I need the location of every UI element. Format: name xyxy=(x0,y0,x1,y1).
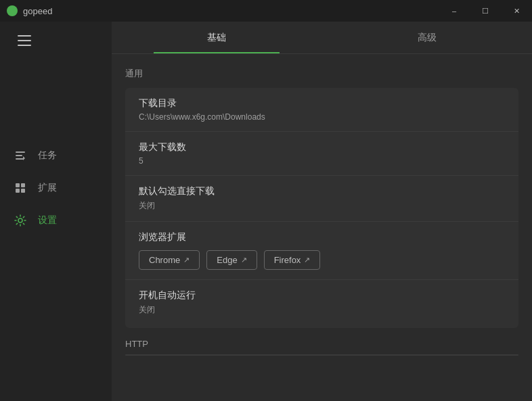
svg-rect-0 xyxy=(16,151,25,153)
browser-buttons: Chrome ↗ Edge ↗ Firefox ↗ xyxy=(139,250,505,270)
tab-basic[interactable]: 基础 xyxy=(112,22,322,53)
svg-rect-1 xyxy=(16,155,22,156)
svg-rect-5 xyxy=(16,189,20,193)
main-layout: 任务 扩展 xyxy=(0,22,532,401)
top-tabs: 基础 高级 xyxy=(112,22,532,54)
hamburger-line-2 xyxy=(18,40,31,41)
default-direct-item[interactable]: 默认勾选直接下载 关闭 xyxy=(125,176,518,222)
http-section-title: HTTP xyxy=(125,339,518,349)
svg-point-7 xyxy=(18,218,22,222)
firefox-label: Firefox xyxy=(274,255,301,265)
browser-ext-item: 浏览器扩展 Chrome ↗ Edge ↗ Firefox ↗ xyxy=(125,222,518,280)
svg-rect-4 xyxy=(21,183,25,187)
settings-content: 通用 下载目录 C:\Users\www.x6g.com\Downloads 最… xyxy=(112,54,532,401)
default-direct-value: 关闭 xyxy=(139,200,505,212)
sidebar-tasks-label: 任务 xyxy=(38,149,57,162)
download-dir-value: C:\Users\www.x6g.com\Downloads xyxy=(139,112,505,122)
sidebar-extensions-label: 扩展 xyxy=(38,182,57,194)
max-downloads-value: 5 xyxy=(139,156,505,166)
sidebar-items: 任务 扩展 xyxy=(0,141,112,235)
default-direct-label: 默认勾选直接下载 xyxy=(139,185,505,197)
startup-item[interactable]: 开机自动运行 关闭 xyxy=(125,280,518,325)
app-title: gopeed xyxy=(23,6,52,16)
download-dir-item[interactable]: 下载目录 C:\Users\www.x6g.com\Downloads xyxy=(125,88,518,132)
svg-rect-6 xyxy=(21,189,25,193)
startup-label: 开机自动运行 xyxy=(139,289,505,302)
edge-label: Edge xyxy=(217,255,237,265)
general-section-title: 通用 xyxy=(125,68,518,80)
chrome-external-icon: ↗ xyxy=(183,256,190,264)
tasks-icon xyxy=(14,149,27,162)
download-dir-label: 下载目录 xyxy=(139,97,505,110)
hamburger-line-3 xyxy=(18,45,31,46)
max-downloads-item[interactable]: 最大下载数 5 xyxy=(125,132,518,176)
close-button[interactable]: ✕ xyxy=(501,0,532,22)
edge-external-icon: ↗ xyxy=(241,256,247,264)
http-divider xyxy=(125,354,518,356)
settings-icon xyxy=(14,214,27,227)
sidebar-item-extensions[interactable]: 扩展 xyxy=(0,173,112,203)
maximize-button[interactable]: ☐ xyxy=(470,0,501,22)
max-downloads-label: 最大下载数 xyxy=(139,141,505,154)
browser-ext-label: 浏览器扩展 xyxy=(139,231,505,243)
settings-card: 下载目录 C:\Users\www.x6g.com\Downloads 最大下载… xyxy=(125,88,518,328)
window-controls: – ☐ ✕ xyxy=(439,0,532,22)
hamburger-line-1 xyxy=(18,35,31,37)
sidebar: 任务 扩展 xyxy=(0,22,112,401)
chrome-label: Chrome xyxy=(149,255,180,265)
sidebar-item-tasks[interactable]: 任务 xyxy=(0,141,112,170)
firefox-button[interactable]: Firefox ↗ xyxy=(264,250,321,270)
http-section: HTTP xyxy=(125,339,518,356)
tab-advanced[interactable]: 高级 xyxy=(322,22,533,53)
svg-rect-3 xyxy=(16,183,20,187)
minimize-button[interactable]: – xyxy=(439,0,470,22)
app-logo xyxy=(7,5,18,16)
sidebar-item-settings[interactable]: 设置 xyxy=(0,206,112,235)
content-area: 基础 高级 通用 下载目录 C:\Users\www.x6g.com\Downl… xyxy=(112,22,532,401)
startup-value: 关闭 xyxy=(139,304,505,316)
extensions-icon xyxy=(14,181,27,195)
title-bar-left: gopeed xyxy=(7,5,52,16)
chrome-button[interactable]: Chrome ↗ xyxy=(139,250,200,270)
hamburger-menu[interactable] xyxy=(11,28,38,53)
edge-button[interactable]: Edge ↗ xyxy=(206,250,257,270)
sidebar-settings-label: 设置 xyxy=(38,214,57,227)
title-bar: gopeed – ☐ ✕ xyxy=(0,0,532,22)
firefox-external-icon: ↗ xyxy=(304,256,310,264)
svg-rect-2 xyxy=(16,158,24,160)
